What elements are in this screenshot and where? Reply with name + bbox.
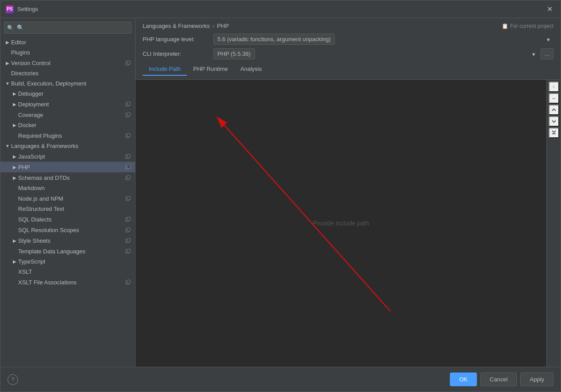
copy-icon-xslt-file-assoc[interactable] xyxy=(124,279,132,286)
toolbar-right: + − xyxy=(546,80,561,367)
sidebar-item-plugins[interactable]: Plugins xyxy=(0,47,135,58)
sidebar-item-label-build-execution-deployment: Build, Execution, Deployment xyxy=(11,80,132,87)
sidebar-item-label-xslt-file-assoc: XSLT File Associations xyxy=(18,279,124,286)
php-language-level-wrapper: 5.6 (variadic functions, argument unpack… xyxy=(213,34,553,45)
sidebar-item-xslt[interactable]: XSLT xyxy=(0,267,135,277)
include-path-area: Provide include path xyxy=(135,80,546,367)
move-bottom-button[interactable] xyxy=(549,128,559,138)
remove-button[interactable]: − xyxy=(549,93,559,104)
sidebar-item-label-style-sheets: Style Sheets xyxy=(18,237,124,244)
cli-interpreter-ellipsis-button[interactable]: ... xyxy=(541,48,553,59)
tabs: Include PathPHP RuntimeAnalysis xyxy=(143,63,553,76)
copy-icon-javascript[interactable] xyxy=(124,153,132,160)
sidebar-item-deployment[interactable]: ▶Deployment xyxy=(0,99,135,109)
sidebar-item-label-schemas-dtds: Schemas and DTDs xyxy=(18,175,124,181)
tree-arrow-php: ▶ xyxy=(11,165,18,170)
sidebar-item-php[interactable]: ▶PHP xyxy=(0,162,135,172)
svg-rect-5 xyxy=(127,113,130,116)
php-language-level-select[interactable]: 5.6 (variadic functions, argument unpack… xyxy=(213,34,335,45)
tree-arrow-javascript: ▶ xyxy=(11,154,18,159)
sidebar: 🔍 ▶EditorPlugins▶Version ControlDirector… xyxy=(0,18,135,367)
copy-icon-sql-resolution-scopes[interactable] xyxy=(124,226,132,233)
for-project-icon: 📋 xyxy=(502,23,508,29)
sidebar-item-restructured-text[interactable]: ReStructured Text xyxy=(0,204,135,214)
settings-dialog: PS Settings ✕ 🔍 ▶EditorPlugins▶Version C… xyxy=(0,0,561,392)
tree-arrow-debugger: ▶ xyxy=(11,91,18,96)
svg-rect-3 xyxy=(127,102,130,105)
title-bar: PS Settings ✕ xyxy=(0,0,561,18)
sidebar-item-label-sql-dialects: SQL Dialects xyxy=(18,216,124,223)
move-down-icon xyxy=(551,119,557,124)
sidebar-item-style-sheets[interactable]: ▶Style Sheets xyxy=(0,235,135,246)
cli-interpreter-label: CLI Interpreter: xyxy=(143,50,213,57)
svg-rect-21 xyxy=(127,238,130,242)
sidebar-tree: ▶EditorPlugins▶Version ControlDirectorie… xyxy=(0,37,135,367)
search-input[interactable] xyxy=(4,22,132,34)
sidebar-item-schemas-dtds[interactable]: ▶Schemas and DTDs xyxy=(0,172,135,183)
copy-icon-coverage[interactable] xyxy=(124,111,132,118)
move-bottom-icon xyxy=(551,130,557,136)
copy-icon-deployment[interactable] xyxy=(124,101,132,108)
sidebar-item-markdown[interactable]: Markdown xyxy=(0,183,135,193)
tree-arrow-style-sheets: ▶ xyxy=(11,238,18,243)
right-panel: Languages & Frameworks › PHP 📋 For curre… xyxy=(135,18,561,367)
move-down-button[interactable] xyxy=(549,116,559,127)
sidebar-item-label-plugins: Plugins xyxy=(11,49,132,56)
move-up-button[interactable] xyxy=(549,105,559,115)
sidebar-item-docker[interactable]: ▶Docker xyxy=(0,120,135,130)
sidebar-item-template-data-languages[interactable]: Template Data Languages xyxy=(0,246,135,256)
sidebar-item-label-docker: Docker xyxy=(18,122,132,128)
sidebar-item-label-markdown: Markdown xyxy=(18,185,132,191)
cancel-button[interactable]: Cancel xyxy=(480,373,517,386)
sidebar-item-nodejs-npm[interactable]: Node.js and NPM xyxy=(0,193,135,204)
tree-arrow-docker: ▶ xyxy=(11,123,18,128)
add-button[interactable]: + xyxy=(549,82,559,92)
sidebar-item-build-execution-deployment[interactable]: ▼Build, Execution, Deployment xyxy=(0,78,135,89)
copy-icon-sql-dialects[interactable] xyxy=(124,216,132,223)
ok-button[interactable]: OK xyxy=(450,373,477,386)
sidebar-item-editor[interactable]: ▶Editor xyxy=(0,37,135,47)
help-button[interactable]: ? xyxy=(8,374,18,385)
sidebar-item-languages-frameworks[interactable]: ▼Languages & Frameworks xyxy=(0,141,135,151)
sidebar-item-sql-resolution-scopes[interactable]: SQL Resolution Scopes xyxy=(0,225,135,235)
tab-php-runtime[interactable]: PHP Runtime xyxy=(187,63,234,76)
sidebar-item-label-deployment: Deployment xyxy=(18,101,124,108)
sidebar-item-javascript[interactable]: ▶JavaScript xyxy=(0,151,135,162)
sidebar-item-sql-dialects[interactable]: SQL Dialects xyxy=(0,214,135,225)
sidebar-item-version-control[interactable]: ▶Version Control xyxy=(0,58,135,68)
content-area: Provide include path + − xyxy=(135,80,561,367)
sidebar-item-coverage[interactable]: Coverage xyxy=(0,109,135,120)
sidebar-item-label-required-plugins: Required Plugins xyxy=(18,132,124,139)
copy-icon-nodejs-npm[interactable] xyxy=(124,195,132,202)
tree-arrow-typescript: ▶ xyxy=(11,259,18,264)
sidebar-item-typescript[interactable]: ▶TypeScript xyxy=(0,256,135,267)
svg-rect-19 xyxy=(127,228,130,231)
svg-rect-15 xyxy=(127,196,130,200)
sidebar-item-label-editor: Editor xyxy=(11,39,132,46)
cli-interpreter-select[interactable]: PHP (5.5.38) xyxy=(213,48,255,59)
dialog-title: Settings xyxy=(17,6,544,12)
tab-include-path[interactable]: Include Path xyxy=(143,63,187,76)
close-button[interactable]: ✕ xyxy=(544,4,555,14)
sidebar-item-required-plugins[interactable]: Required Plugins xyxy=(0,130,135,141)
copy-icon-schemas-dtds[interactable] xyxy=(124,174,132,181)
sidebar-item-xslt-file-assoc[interactable]: XSLT File Associations xyxy=(0,277,135,287)
sidebar-item-label-javascript: JavaScript xyxy=(18,153,124,160)
copy-icon-php[interactable] xyxy=(124,163,132,171)
tree-arrow-version-control: ▶ xyxy=(4,61,11,66)
sidebar-item-label-nodejs-npm: Node.js and NPM xyxy=(18,195,124,202)
copy-icon-required-plugins[interactable] xyxy=(124,132,132,139)
copy-icon-template-data-languages[interactable] xyxy=(124,248,132,255)
copy-icon-version-control[interactable] xyxy=(124,59,132,66)
tree-arrow-deployment: ▶ xyxy=(11,102,18,107)
svg-rect-11 xyxy=(127,165,130,168)
sidebar-item-label-sql-resolution-scopes: SQL Resolution Scopes xyxy=(18,227,124,233)
copy-icon-style-sheets[interactable] xyxy=(124,237,132,244)
sidebar-item-debugger[interactable]: ▶Debugger xyxy=(0,89,135,99)
apply-button[interactable]: Apply xyxy=(520,373,553,386)
sidebar-item-label-coverage: Coverage xyxy=(18,112,124,118)
svg-rect-23 xyxy=(127,249,130,252)
sidebar-item-directories[interactable]: Directories xyxy=(0,68,135,78)
tab-analysis[interactable]: Analysis xyxy=(234,63,268,76)
breadcrumb-sep: › xyxy=(213,23,214,29)
